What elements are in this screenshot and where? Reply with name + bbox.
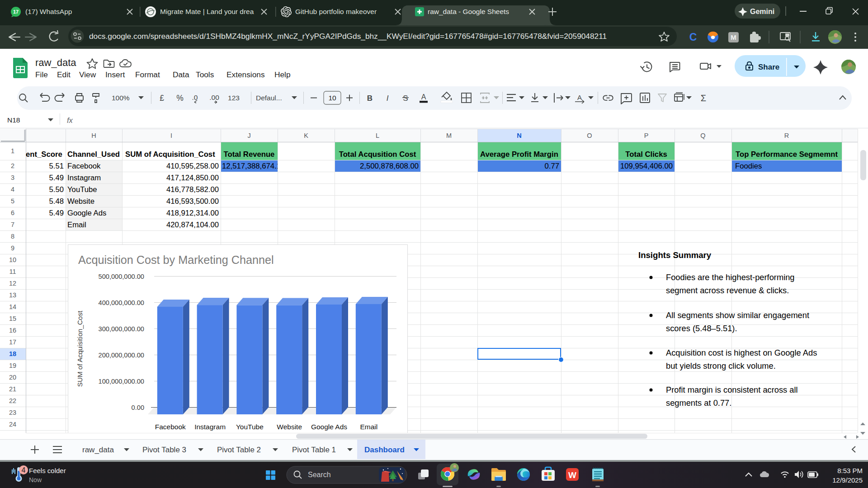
svg-text:Instagram: Instagram xyxy=(67,174,101,182)
svg-text:417,124,850.00: 417,124,850.00 xyxy=(166,174,219,182)
svg-text:Gemini: Gemini xyxy=(750,8,774,15)
svg-text:Q: Q xyxy=(700,132,705,139)
svg-text:15: 15 xyxy=(9,315,16,322)
svg-text:300,000,000.00: 300,000,000.00 xyxy=(99,325,144,333)
svg-text:18: 18 xyxy=(9,350,16,357)
svg-text:416,593,500.00: 416,593,500.00 xyxy=(166,197,219,206)
svg-text:Top Performance Segmemnt: Top Performance Segmemnt xyxy=(736,150,838,159)
svg-text:A: A xyxy=(577,94,582,101)
svg-text:5.51: 5.51 xyxy=(49,162,64,170)
svg-text:5: 5 xyxy=(11,197,14,205)
svg-text:Foodies: Foodies xyxy=(735,162,762,170)
svg-text:20: 20 xyxy=(9,374,16,381)
svg-text:N: N xyxy=(517,132,521,139)
svg-text:17: 17 xyxy=(13,9,19,14)
svg-text:Search: Search xyxy=(308,471,331,479)
svg-text:416,778,582.00: 416,778,582.00 xyxy=(166,185,219,194)
svg-text:GitHub portfolio makeover: GitHub portfolio makeover xyxy=(295,8,377,15)
svg-text:segment across revenue & click: segment across revenue & clicks. xyxy=(666,286,789,295)
svg-text:raw_data: raw_data xyxy=(82,446,114,454)
svg-text:fx: fx xyxy=(67,116,73,124)
svg-text:6: 6 xyxy=(11,209,14,216)
svg-text:N18: N18 xyxy=(7,116,20,124)
svg-text:Defaul...: Defaul... xyxy=(256,94,282,102)
svg-text:0.00: 0.00 xyxy=(132,404,144,411)
svg-text:Extensions: Extensions xyxy=(226,70,265,79)
svg-text:Google Ads: Google Ads xyxy=(67,209,106,217)
svg-text:1: 1 xyxy=(11,147,14,155)
svg-text:Email: Email xyxy=(360,423,377,431)
svg-text:View: View xyxy=(79,70,96,79)
svg-text:400,000,000.00: 400,000,000.00 xyxy=(99,299,144,306)
svg-text:£: £ xyxy=(160,94,164,103)
svg-text:Total Clicks: Total Clicks xyxy=(625,150,667,159)
svg-text:I: I xyxy=(387,94,389,103)
svg-text:Share: Share xyxy=(758,63,779,71)
svg-text:YouTube: YouTube xyxy=(67,185,97,194)
svg-text:P: P xyxy=(644,132,649,139)
svg-text:19: 19 xyxy=(9,362,16,369)
svg-text:scores (5.48–5.51).: scores (5.48–5.51). xyxy=(666,324,737,333)
svg-text:200,000,000.00: 200,000,000.00 xyxy=(99,352,144,359)
svg-text:Facebook: Facebook xyxy=(67,162,101,170)
svg-text:5.48: 5.48 xyxy=(49,197,64,206)
svg-text:Tools: Tools xyxy=(196,70,214,79)
svg-text:Σ: Σ xyxy=(701,93,706,103)
svg-text:8: 8 xyxy=(11,233,14,240)
svg-text:Feels colder: Feels colder xyxy=(29,467,66,474)
svg-text:Data: Data xyxy=(173,70,189,79)
svg-text:ent_Score: ent_Score xyxy=(26,150,62,159)
svg-text:but yields strong click volume: but yields strong click volume. xyxy=(666,361,776,371)
svg-text:5.49: 5.49 xyxy=(49,209,64,217)
svg-text:17: 17 xyxy=(9,338,16,346)
svg-text:109,954,406.00: 109,954,406.00 xyxy=(620,162,673,170)
svg-text:Acquisition Cost by Marketing: Acquisition Cost by Marketing Channel xyxy=(78,253,274,266)
svg-text:Google Ads: Google Ads xyxy=(311,423,347,431)
svg-text:10: 10 xyxy=(328,94,336,102)
svg-text:10: 10 xyxy=(9,256,16,263)
svg-text:S: S xyxy=(403,94,408,103)
svg-text:2,500,878,608.00: 2,500,878,608.00 xyxy=(360,162,419,170)
svg-text:Total Revenue: Total Revenue xyxy=(224,150,275,159)
svg-text:16: 16 xyxy=(9,327,16,334)
svg-text:7: 7 xyxy=(11,221,14,228)
svg-text:Migrate Mate | Land your drea: Migrate Mate | Land your drea xyxy=(160,8,254,15)
svg-text:Pivot Table 1: Pivot Table 1 xyxy=(292,446,336,454)
svg-text:8:53 PM: 8:53 PM xyxy=(837,467,863,474)
svg-text:9: 9 xyxy=(11,244,14,252)
svg-text:All segments show similar enga: All segments show similar engagement xyxy=(666,310,809,320)
svg-text:500,000,000.00: 500,000,000.00 xyxy=(99,273,144,280)
svg-text:B: B xyxy=(367,94,373,103)
svg-text:Format: Format xyxy=(135,70,160,79)
svg-text:Website: Website xyxy=(67,197,94,206)
svg-text:3: 3 xyxy=(11,174,14,181)
svg-text:Facebook: Facebook xyxy=(155,423,186,431)
svg-text:Acquisition cost is highest on: Acquisition cost is highest on Google Ad… xyxy=(666,348,817,357)
svg-text:14: 14 xyxy=(9,303,16,310)
svg-text:W: W xyxy=(568,470,576,480)
svg-text:Dashboard: Dashboard xyxy=(364,446,405,454)
svg-text:(17) WhatsApp: (17) WhatsApp xyxy=(25,8,72,15)
svg-text:Email: Email xyxy=(67,221,86,229)
svg-text:Profit margin is consistent ac: Profit margin is consistent across all xyxy=(666,385,798,394)
svg-text:M: M xyxy=(446,132,452,139)
svg-text:M: M xyxy=(731,33,736,41)
svg-text:Pivot Table 3: Pivot Table 3 xyxy=(142,446,186,454)
svg-text:100,000,000.00: 100,000,000.00 xyxy=(99,378,144,385)
svg-text:Edit: Edit xyxy=(57,70,71,79)
svg-text:O: O xyxy=(587,132,592,139)
svg-text:.0: .0 xyxy=(192,94,198,101)
svg-text:5.50: 5.50 xyxy=(49,185,64,194)
svg-text:Pivot Table 2: Pivot Table 2 xyxy=(217,446,261,454)
svg-text:12: 12 xyxy=(9,280,16,287)
svg-text:123: 123 xyxy=(228,94,240,102)
svg-text:Foodies are the highest-perfor: Foodies are the highest-performing xyxy=(666,272,795,282)
svg-text:2: 2 xyxy=(11,162,14,169)
svg-text:J: J xyxy=(247,132,250,139)
svg-text:5.49: 5.49 xyxy=(49,174,64,182)
svg-text:K: K xyxy=(304,132,308,139)
svg-text:SUM of Acquisition_Cost: SUM of Acquisition_Cost xyxy=(76,310,84,387)
svg-text:Channel_Used: Channel_Used xyxy=(67,150,120,159)
svg-text:Total Acqusition Cost: Total Acqusition Cost xyxy=(339,150,416,159)
svg-text:100%: 100% xyxy=(112,94,130,102)
